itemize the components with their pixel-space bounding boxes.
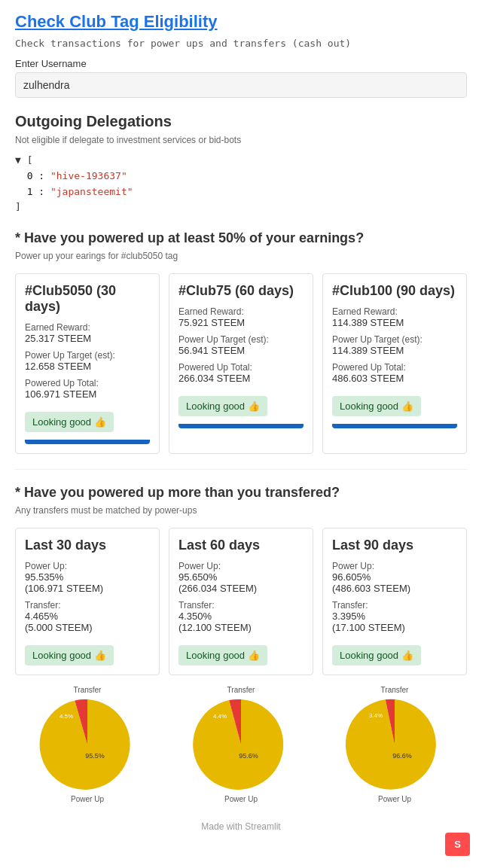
club100-status: Looking good 👍 xyxy=(332,396,421,416)
period-30-status: Looking good 👍 xyxy=(25,645,114,665)
period-60-title: Last 60 days xyxy=(178,538,304,553)
club5050-earned-label: Earned Reward: xyxy=(25,322,150,333)
club75-powered-label: Powered Up Total: xyxy=(178,362,304,373)
period-60-status: Looking good 👍 xyxy=(178,645,267,665)
club75-powered-value: 266.034 STEEM xyxy=(178,373,304,384)
page-title: Check Club Tag Eligibility xyxy=(15,12,467,32)
chart-30-bottom-label: Power Up xyxy=(71,795,104,803)
period-30-transfer-row: Transfer: 4.465% (5.000 STEEM) xyxy=(25,600,150,633)
chart-30: Transfer 95.5% 4.5% Power Up xyxy=(15,683,160,806)
period-60: Last 60 days Power Up: 95.650% (266.034 … xyxy=(169,528,313,675)
pie-label-transfer-60: 4.4% xyxy=(213,713,227,720)
club5050-powered-value: 106.971 STEEM xyxy=(25,388,150,400)
delegations-title: Outgoing Delegations xyxy=(15,113,467,130)
period-90-status: Looking good 👍 xyxy=(332,645,421,665)
period-60-transfer-row: Transfer: 4.350% (12.100 STEEM) xyxy=(178,600,304,633)
chart-90-bottom-label: Power Up xyxy=(378,795,411,803)
transfer-question: * Have you powered up more than you tran… xyxy=(15,485,467,501)
period-30: Last 30 days Power Up: 95.535% (106.971 … xyxy=(15,528,160,675)
club100-earned-value: 114.389 STEEM xyxy=(332,317,457,328)
club100-powered-value: 486.603 STEEM xyxy=(332,373,457,384)
club100-bar xyxy=(332,424,457,428)
club-card-100: #Club100 (90 days) Earned Reward: 114.38… xyxy=(322,273,467,454)
club75-target-label: Power Up Target (est): xyxy=(178,334,304,345)
pie-label-transfer-90: 3.4% xyxy=(369,712,383,719)
pie-label-transfer-30: 4.5% xyxy=(59,713,73,720)
chart-90-top-label: Transfer xyxy=(381,686,409,694)
delegations-json: ▼ [ 0 : "hive-193637" 1 : "japansteemit"… xyxy=(15,153,467,215)
pie-label-powerup-90: 96.6% xyxy=(392,752,412,760)
club75-earned-label: Earned Reward: xyxy=(178,306,304,317)
period-90-powerup-steem: (486.603 STEEM) xyxy=(332,583,457,594)
club100-earned-label: Earned Reward: xyxy=(332,306,457,317)
delegations-note: Not eligible if delegate to investment s… xyxy=(15,135,467,145)
period-90-transfer-row: Transfer: 3.395% (17.100 STEEM) xyxy=(332,600,457,633)
club5050-title: #Club5050 (30 days) xyxy=(25,283,150,315)
period-30-title: Last 30 days xyxy=(25,538,150,553)
powerup-note: Power up your earings for #club5050 tag xyxy=(15,251,467,261)
period-60-powerup-pct: 95.650% xyxy=(178,571,304,583)
club5050-powered-label: Powered Up Total: xyxy=(25,378,150,388)
club75-earned-value: 75.921 STEEM xyxy=(178,317,304,328)
club100-title: #Club100 (90 days) xyxy=(332,283,457,299)
period-90-powerup-row: Power Up: 96.605% (486.603 STEEM) xyxy=(332,561,457,594)
period-60-powerup-row: Power Up: 95.650% (266.034 STEEM) xyxy=(178,561,304,594)
clubs-grid: #Club5050 (30 days) Earned Reward: 25.31… xyxy=(15,273,467,454)
club-card-75: #Club75 (60 days) Earned Reward: 75.921 … xyxy=(169,273,313,454)
club75-target-value: 56.941 STEEM xyxy=(178,345,304,356)
streamlit-badge[interactable]: S xyxy=(445,833,470,856)
period-90: Last 90 days Power Up: 96.605% (486.603 … xyxy=(322,528,467,675)
club100-powered-label: Powered Up Total: xyxy=(332,362,457,373)
chart-90: Transfer 96.6% 3.4% Power Up xyxy=(322,683,467,806)
period-90-powerup-pct: 96.605% xyxy=(332,571,457,583)
chart-30-top-label: Transfer xyxy=(74,686,102,694)
transfer-note: Any transfers must be matched by power-u… xyxy=(15,505,467,516)
club100-target-label: Power Up Target (est): xyxy=(332,334,457,345)
period-60-powerup-steem: (266.034 STEEM) xyxy=(178,583,304,594)
period-30-powerup-row: Power Up: 95.535% (106.971 STEEM) xyxy=(25,561,150,594)
period-30-powerup-pct: 95.535% xyxy=(25,571,150,583)
club5050-status: Looking good 👍 xyxy=(25,412,114,432)
club75-status: Looking good 👍 xyxy=(178,396,267,416)
period-90-transfer-steem: (17.100 STEEM) xyxy=(332,622,457,633)
section-divider-1 xyxy=(15,469,467,470)
input-label: Enter Username xyxy=(15,58,467,69)
period-90-title: Last 90 days xyxy=(332,538,457,553)
period-30-powerup-steem: (106.971 STEEM) xyxy=(25,583,150,594)
club5050-target-label: Power Up Target (est): xyxy=(25,350,150,361)
pie-chart-60: 95.6% 4.4% xyxy=(192,696,290,793)
chart-60-top-label: Transfer xyxy=(227,686,255,694)
username-input[interactable] xyxy=(15,72,467,98)
club5050-target-value: 12.658 STEEM xyxy=(25,361,150,372)
periods-grid: Last 30 days Power Up: 95.535% (106.971 … xyxy=(15,528,467,675)
club75-title: #Club75 (60 days) xyxy=(178,283,304,299)
footer: Made with Streamlit xyxy=(15,806,467,839)
pie-label-powerup-30: 95.5% xyxy=(85,752,105,760)
pie-chart-90: 96.6% 3.4% xyxy=(346,696,444,793)
period-30-transfer-steem: (5.000 STEEM) xyxy=(25,622,150,633)
period-60-transfer-steem: (12.100 STEEM) xyxy=(178,622,304,633)
pie-chart-30: 95.5% 4.5% xyxy=(38,696,136,793)
chart-60: Transfer 95.6% 4.4% Power Up xyxy=(169,683,313,806)
chart-60-bottom-label: Power Up xyxy=(224,795,258,803)
club100-target-value: 114.389 STEEM xyxy=(332,345,457,356)
footer-text: Made with Streamlit xyxy=(201,821,280,832)
club5050-earned-value: 25.317 STEEM xyxy=(25,333,150,344)
powerup-question: * Have you powered up at least 50% of yo… xyxy=(15,230,467,246)
club-card-5050: #Club5050 (30 days) Earned Reward: 25.31… xyxy=(15,273,160,454)
period-60-transfer-pct: 4.350% xyxy=(178,611,304,622)
period-30-transfer-pct: 4.465% xyxy=(25,611,150,622)
charts-grid: Transfer 95.5% 4.5% Power Up Transfer 95… xyxy=(15,683,467,806)
pie-label-powerup-60: 95.6% xyxy=(239,752,258,760)
period-90-transfer-pct: 3.395% xyxy=(332,611,457,622)
page-subtitle: Check transactions for power ups and tra… xyxy=(15,38,467,49)
club5050-bar xyxy=(25,440,150,444)
club75-bar xyxy=(178,424,304,428)
